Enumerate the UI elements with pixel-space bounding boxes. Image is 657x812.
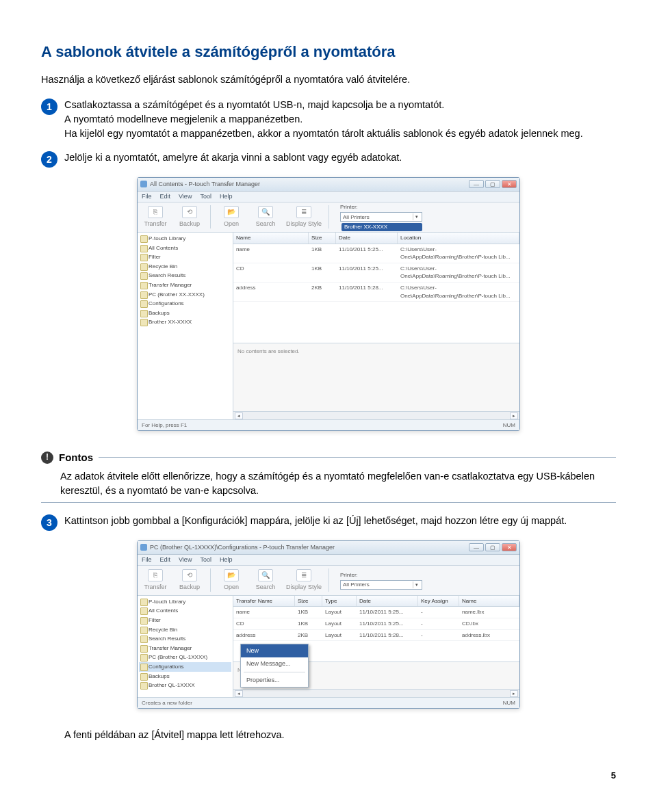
menu-view[interactable]: View — [179, 555, 192, 564]
step-3-line-1: Kattintson jobb gombbal a [Konfigurációk… — [64, 514, 616, 528]
intro-text: Használja a következő eljárást sablonok … — [41, 73, 616, 87]
page-number: 5 — [41, 770, 616, 783]
horizontal-scrollbar[interactable]: ◂ ▸ — [233, 689, 519, 697]
close-button[interactable]: ✕ — [502, 180, 517, 188]
col-size[interactable]: Size — [295, 596, 322, 607]
list-item[interactable]: address 2KB Layout 11/10/2011 5:28... - … — [233, 630, 519, 642]
tree-search-results[interactable]: Search Results — [139, 271, 231, 280]
menu-file[interactable]: File — [142, 192, 152, 201]
col-key-assign[interactable]: Key Assign — [418, 596, 459, 607]
tree-search-results[interactable]: Search Results — [139, 634, 231, 644]
tree-filter[interactable]: Filter — [139, 616, 231, 625]
context-menu-properties[interactable]: Properties... — [241, 674, 308, 687]
menu-tool[interactable]: Tool — [200, 192, 211, 201]
menu-file[interactable]: File — [142, 555, 152, 564]
menu-view[interactable]: View — [179, 192, 192, 201]
printer-selected: All Printers — [343, 213, 370, 222]
list-item[interactable]: CD 1KB 11/10/2011 5:25... C:\Users\User-… — [233, 263, 519, 283]
menu-help[interactable]: Help — [220, 555, 233, 564]
maximize-button[interactable]: ▢ — [485, 180, 500, 188]
tree-backups[interactable]: Backups — [139, 309, 231, 318]
tree-backups[interactable]: Backups — [139, 672, 231, 681]
col-location[interactable]: Location — [398, 233, 519, 244]
tool-display-style[interactable]: ≣Display Style — [286, 569, 322, 592]
minimize-button[interactable]: — — [469, 180, 484, 188]
col-type[interactable]: Type — [322, 596, 357, 607]
tool-transfer[interactable]: ⎘Transfer — [142, 569, 169, 592]
context-menu-new-message[interactable]: New Message... — [241, 657, 308, 670]
col-name[interactable]: Name — [233, 233, 309, 244]
scroll-left-icon[interactable]: ◂ — [235, 690, 243, 697]
folder-tree[interactable]: P-touch Library All Contents Filter Recy… — [138, 596, 233, 697]
tree-all-contents[interactable]: All Contents — [139, 244, 231, 253]
step-1: 1 Csatlakoztassa a számítógépet és a nyo… — [41, 98, 616, 141]
col-date[interactable]: Date — [336, 233, 398, 244]
detail-msg: No contents are selected. — [237, 348, 300, 354]
scroll-right-icon[interactable]: ▸ — [510, 690, 518, 697]
notice-label: Fontos — [59, 450, 93, 465]
menu-bar[interactable]: File Edit View Tool Help — [138, 555, 519, 566]
exclamation-icon: ! — [41, 451, 53, 464]
close-button[interactable]: ✕ — [502, 543, 517, 551]
list-item[interactable]: address 2KB 11/10/2011 5:28... C:\Users\… — [233, 283, 519, 302]
menu-help[interactable]: Help — [220, 192, 233, 201]
scroll-left-icon[interactable]: ◂ — [235, 412, 243, 419]
col-size[interactable]: Size — [309, 233, 336, 244]
transfer-manager-window-2: PC (Brother QL-1XXXX)\Configurations - P… — [137, 540, 520, 709]
status-right: NUM — [503, 699, 515, 707]
tree-transfer-manager[interactable]: Transfer Manager — [139, 644, 231, 653]
tool-backup[interactable]: ⟲Backup — [176, 206, 203, 228]
figure-caption: A fenti példában az [Átvitel] mappa lett… — [64, 728, 616, 742]
tool-open[interactable]: 📂Open — [218, 206, 245, 228]
important-notice: ! Fontos Az adatok átvitele előtt ellenő… — [41, 450, 616, 503]
printer-combo[interactable]: All Printers ▾ — [340, 212, 422, 222]
tool-search[interactable]: 🔍Search — [252, 569, 279, 592]
menu-tool[interactable]: Tool — [200, 555, 211, 564]
chevron-down-icon: ▾ — [413, 581, 420, 588]
printer-label: Printer: — [340, 571, 422, 579]
tree-pc-printer[interactable]: PC (Brother QL-1XXXX) — [139, 653, 231, 662]
step-1-line-1: Csatlakoztassa a számítógépet és a nyomt… — [64, 98, 616, 112]
tree-recycle-bin[interactable]: Recycle Bin — [139, 625, 231, 635]
maximize-button[interactable]: ▢ — [485, 543, 500, 551]
tree-all-contents[interactable]: All Contents — [139, 606, 231, 616]
tree-recycle-bin[interactable]: Recycle Bin — [139, 262, 231, 272]
col-transfer-name[interactable]: Transfer Name — [233, 596, 295, 607]
printer-combo[interactable]: All Printers ▾ — [340, 580, 422, 590]
tree-configurations[interactable]: Configurations — [139, 299, 231, 309]
tree-ptouch-library[interactable]: P-touch Library — [139, 234, 231, 244]
tool-open[interactable]: 📂Open — [218, 569, 245, 592]
menu-bar[interactable]: File Edit View Tool Help — [138, 192, 519, 202]
menu-edit[interactable]: Edit — [160, 192, 171, 201]
tree-transfer-manager[interactable]: Transfer Manager — [139, 280, 231, 290]
status-right: NUM — [503, 421, 515, 430]
list-item[interactable]: name 1KB Layout 11/10/2011 5:25... - nam… — [233, 607, 519, 618]
tree-configurations[interactable]: Configurations — [139, 662, 231, 672]
minimize-button[interactable]: — — [469, 543, 484, 551]
step-1-line-2: A nyomtató modellneve megjelenik a mappa… — [64, 112, 616, 127]
folder-tree[interactable]: P-touch Library All Contents Filter Recy… — [138, 233, 233, 419]
tool-backup[interactable]: ⟲Backup — [176, 569, 203, 592]
toolbar: ⎘Transfer ⟲Backup 📂Open 🔍Search ≣Display… — [138, 566, 519, 596]
tree-brother-printer[interactable]: Brother XX-XXXX — [139, 317, 231, 327]
col-date[interactable]: Date — [357, 596, 418, 607]
tree-pc-printer[interactable]: PC (Brother XX-XXXX) — [139, 290, 231, 300]
col-name2[interactable]: Name — [459, 596, 519, 607]
list-item[interactable]: CD 1KB Layout 11/10/2011 5:25... - CD.lb… — [233, 618, 519, 630]
tree-filter[interactable]: Filter — [139, 252, 231, 262]
tree-ptouch-library[interactable]: P-touch Library — [139, 597, 231, 607]
tool-transfer[interactable]: ⎘Transfer — [142, 206, 169, 228]
printer-selected: All Printers — [343, 581, 370, 589]
context-menu-new[interactable]: New — [241, 644, 308, 657]
list-item[interactable]: name 1KB 11/10/2011 5:25... C:\Users\Use… — [233, 244, 519, 263]
menu-edit[interactable]: Edit — [160, 555, 171, 564]
horizontal-scrollbar[interactable]: ◂ ▸ — [233, 411, 519, 419]
context-menu[interactable]: New New Message... Properties... — [240, 644, 309, 687]
scroll-right-icon[interactable]: ▸ — [510, 412, 518, 419]
tool-display-style[interactable]: ≣Display Style — [286, 206, 322, 228]
tool-search[interactable]: 🔍Search — [252, 206, 279, 228]
step-2: 2 Jelölje ki a nyomtatót, amelyre át aka… — [41, 150, 616, 168]
status-left: For Help, press F1 — [142, 421, 187, 430]
tree-brother-printer[interactable]: Brother QL-1XXXX — [139, 681, 231, 690]
step-2-line-1: Jelölje ki a nyomtatót, amelyre át akarj… — [64, 150, 616, 165]
